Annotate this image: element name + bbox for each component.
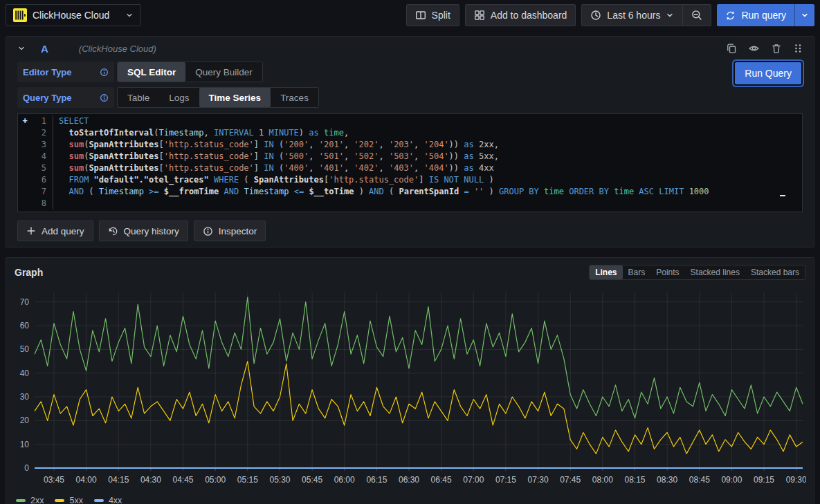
svg-text:07:00: 07:00 (463, 475, 484, 485)
svg-text:40: 40 (20, 368, 30, 378)
add-to-dashboard-button[interactable]: Add to dashboard (465, 4, 576, 26)
explore-toolbar: ClickHouse Cloud Split Add to dashboard (0, 0, 820, 30)
timeseries-chart[interactable]: 01020304050607003:4504:0004:1504:3004:45… (14, 283, 806, 494)
legend-swatch-5xx (55, 499, 64, 502)
datasource-name: ClickHouse Cloud (33, 10, 120, 21)
run-query-button[interactable]: Run query (717, 4, 794, 26)
chevron-down-icon (666, 11, 674, 19)
svg-text:06:30: 06:30 (399, 475, 419, 485)
split-icon (415, 10, 426, 21)
query-ref-id: A (41, 43, 48, 55)
svg-text:05:00: 05:00 (205, 475, 226, 485)
run-query-split-button: Run query (717, 4, 814, 26)
editor-type-label: Editor Type (17, 62, 114, 82)
legend-item-4xx[interactable]: 4xx (94, 496, 122, 504)
duplicate-query-icon[interactable] (726, 43, 737, 54)
plus-icon (26, 226, 36, 236)
svg-text:50: 50 (20, 344, 30, 354)
svg-text:10: 10 (20, 440, 30, 449)
time-range-picker[interactable]: Last 6 hours (581, 4, 683, 26)
svg-text:08:00: 08:00 (592, 475, 613, 485)
graph-style-stacked-lines[interactable]: Stacked lines (685, 265, 745, 279)
dashboard-grid-icon (474, 10, 485, 21)
svg-text:07:15: 07:15 (495, 475, 516, 485)
editor-type-sql-editor[interactable]: SQL Editor (118, 62, 185, 82)
query-type-logs[interactable]: Logs (159, 88, 199, 107)
query-editor-panel: A (ClickHouse Cloud) (6, 36, 814, 248)
svg-text:04:00: 04:00 (76, 475, 97, 485)
graph-style-lines[interactable]: Lines (590, 265, 622, 279)
info-icon[interactable] (100, 93, 109, 102)
drag-handle-icon[interactable] (793, 43, 803, 54)
svg-text:06:00: 06:00 (334, 475, 355, 485)
info-circle-icon (203, 226, 213, 236)
graph-style-radio-group: Lines Bars Points Stacked lines Stacked … (589, 265, 805, 280)
query-type-time-series[interactable]: Time Series (199, 88, 271, 107)
split-button[interactable]: Split (406, 4, 459, 26)
svg-text:20: 20 (20, 416, 30, 425)
info-icon[interactable] (100, 68, 109, 77)
clock-icon (590, 10, 601, 21)
panel-run-query-button[interactable]: Run Query (735, 62, 801, 84)
svg-text:06:45: 06:45 (431, 475, 452, 485)
svg-text:09:30: 09:30 (786, 475, 806, 485)
query-type-traces[interactable]: Traces (271, 88, 318, 107)
zoom-out-time-button[interactable] (683, 4, 711, 26)
svg-text:04:45: 04:45 (172, 475, 193, 485)
svg-text:30: 30 (20, 392, 30, 402)
query-type-table[interactable]: Table (118, 88, 159, 107)
sync-icon (725, 10, 736, 21)
legend-item-5xx[interactable]: 5xx (55, 496, 82, 504)
inspector-button[interactable]: Inspector (194, 221, 266, 241)
svg-text:07:45: 07:45 (560, 475, 581, 485)
svg-text:05:30: 05:30 (269, 475, 290, 485)
legend-swatch-4xx (94, 499, 104, 502)
svg-text:08:30: 08:30 (657, 475, 677, 485)
svg-text:09:00: 09:00 (721, 475, 742, 485)
svg-text:08:45: 08:45 (689, 475, 710, 485)
svg-text:05:45: 05:45 (302, 475, 322, 485)
graph-panel: Graph Lines Bars Points Stacked lines St… (6, 257, 814, 504)
sql-code-editor[interactable]: +1SELECT2 toStartOfInterval(Timestamp, I… (17, 113, 803, 212)
query-history-button[interactable]: Query history (99, 221, 188, 241)
hide-response-eye-icon[interactable] (748, 43, 760, 54)
svg-text:06:15: 06:15 (366, 475, 387, 485)
svg-text:04:15: 04:15 (108, 475, 129, 485)
datasource-picker[interactable]: ClickHouse Cloud (6, 4, 141, 26)
legend-item-2xx[interactable]: 2xx (16, 496, 44, 504)
chevron-down-icon (125, 11, 134, 19)
svg-text:05:15: 05:15 (237, 475, 258, 485)
graph-panel-title: Graph (15, 267, 43, 278)
svg-text:03:45: 03:45 (44, 475, 64, 485)
editor-type-query-builder[interactable]: Query Builder (185, 62, 262, 82)
graph-style-bars[interactable]: Bars (623, 265, 651, 279)
graph-style-stacked-bars[interactable]: Stacked bars (745, 265, 805, 279)
editor-type-radio-group: SQL Editor Query Builder (117, 62, 263, 82)
query-type-label: Query Type (17, 87, 114, 108)
svg-text:08:15: 08:15 (624, 475, 645, 485)
zoom-out-icon (691, 10, 702, 21)
clickhouse-logo-icon (13, 8, 27, 22)
svg-text:07:30: 07:30 (528, 475, 549, 485)
add-query-button[interactable]: Add query (17, 221, 93, 241)
remove-query-trash-icon[interactable] (771, 43, 782, 54)
chevron-down-icon (801, 11, 809, 19)
query-row-header[interactable]: A (ClickHouse Cloud) (6, 37, 814, 60)
query-type-radio-group: Table Logs Time Series Traces (117, 87, 319, 108)
svg-text:60: 60 (20, 321, 30, 330)
legend-swatch-2xx (16, 499, 26, 502)
svg-text:09:15: 09:15 (754, 475, 774, 485)
graph-style-points[interactable]: Points (650, 265, 684, 279)
svg-text:0: 0 (24, 463, 29, 473)
run-query-dropdown-toggle[interactable] (794, 4, 814, 26)
svg-text:70: 70 (20, 297, 30, 307)
svg-text:04:30: 04:30 (140, 475, 161, 485)
history-icon (108, 226, 118, 236)
query-datasource-hint: (ClickHouse Cloud) (79, 44, 156, 54)
graph-legend: 2xx 5xx 4xx (6, 494, 814, 504)
collapse-chevron-icon[interactable] (17, 44, 26, 53)
